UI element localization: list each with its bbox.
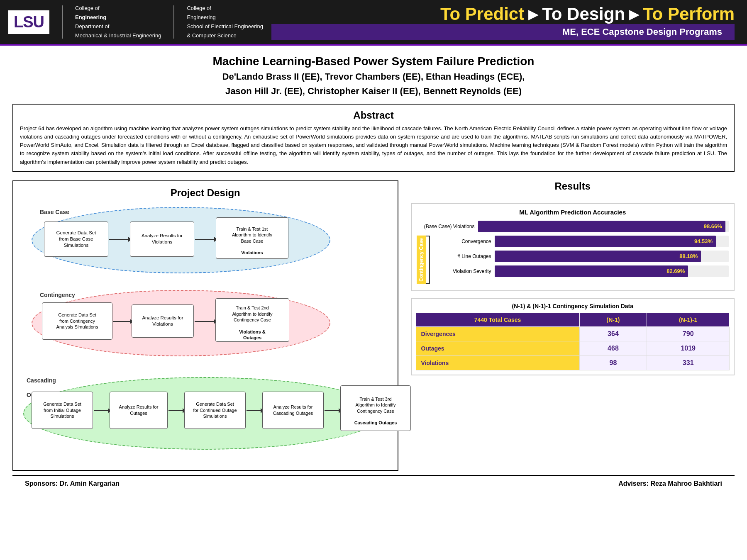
divider-2 (173, 5, 174, 39)
school-line2: & Computer Science (187, 31, 263, 40)
flow-box-b5: Analyze Results for Violations (132, 304, 194, 338)
bar-track-convergence: 94.53% (495, 236, 729, 247)
col-header-n1: (N-1) (579, 313, 647, 327)
sub-banner: ME, ECE Capstone Design Programs (271, 24, 735, 40)
flow-box-b3: Train & Test 1st Algorithm to Identify B… (216, 217, 288, 259)
abstract-text: Project 64 has developed an algorithm us… (20, 124, 727, 166)
row-label-outages: Outages (416, 341, 579, 356)
row-n1-1-divergences: 790 (647, 327, 730, 341)
flow-box-b6: Train & Test 2nd Algorithm to Identify C… (215, 298, 289, 342)
dept-info-1: College of Engineering Department of Mec… (75, 4, 161, 40)
row-label-violations: Violations (416, 356, 579, 370)
bar-track-severity: 82.69% (495, 265, 729, 277)
row-n1-1-outages: 1019 (647, 341, 730, 356)
results-table: 7440 Total Cases (N-1) (N-1)-1 Divergenc… (416, 313, 730, 370)
school-line1: School of Electrical Engineering (187, 22, 263, 31)
arrow-b9-b10 (247, 410, 261, 411)
divider-1 (62, 5, 63, 39)
tagline-predict: To Predict (440, 4, 524, 24)
flow-box-b2: Analyze Results for Violations (130, 222, 194, 257)
flow-box-b11: Train & Test 3rd Algorithm to Identify C… (340, 385, 411, 431)
contingency-label: Contingency Case (417, 236, 426, 284)
lsu-text: LSU (8, 10, 49, 34)
bar-row-outages: # Line Outages 88.18% (433, 251, 729, 262)
arrow-b7-b8 (94, 410, 109, 411)
arrow-b5-b6 (195, 321, 215, 322)
header-right: To Predict ▶ To Design ▶ To Perform ME, … (271, 0, 747, 44)
lsu-logo: LSU (8, 10, 49, 34)
arrow-2: ▶ (629, 7, 639, 22)
row-n1-1-violations: 331 (647, 356, 730, 370)
col-header-n1-1: (N-1)-1 (647, 313, 730, 327)
table-row-violations: Violations 98 331 (416, 356, 729, 370)
bracket-line (426, 236, 430, 284)
dept-info-2: College of Engineering School of Electri… (187, 4, 263, 40)
arrow-b8-b9 (168, 410, 183, 411)
data-table-panel: (N-1) & (N-1)-1 Contingency Simulation D… (411, 298, 735, 375)
bar-row-base: (Base Case) Violations 98.66% (417, 221, 729, 232)
data-table-title: (N-1) & (N-1)-1 Contingency Simulation D… (416, 303, 730, 309)
flow-box-b4: Generate Data Set from Contingency Analy… (42, 302, 112, 340)
tagline-perform: To Perform (643, 4, 735, 24)
contingency-group: Contingency Case Convergence 94.53% (417, 236, 729, 284)
flow-box-b9: Generate Data Set for Continued Outage S… (184, 392, 246, 429)
flow-box-b1: Generate Data Set from Base Case Simulat… (44, 222, 108, 257)
row-label-divergences: Divergences (416, 327, 579, 341)
results-section: Results ML Algorithm Prediction Accuraci… (411, 180, 735, 471)
bar-fill-outages: 88.18% (495, 251, 701, 262)
label-cascading: Cascading (27, 377, 56, 384)
footer: Sponsors: Dr. Amin Kargarian Advisers: R… (12, 475, 735, 492)
bar-label-outages: # Line Outages (433, 253, 491, 259)
title-line1: Machine Learning-Based Power System Fail… (12, 54, 735, 69)
arrow-b2-b3 (195, 239, 215, 240)
flow-box-b8: Analyze Results for Outages (110, 392, 168, 429)
header-left: LSU College of Engineering Department of… (0, 0, 271, 44)
college2-bold: Engineering (187, 13, 263, 22)
title-section: Machine Learning-Based Power System Fail… (12, 54, 735, 98)
college1-line1: College of (75, 4, 161, 13)
row-n1-divergences: 364 (579, 327, 647, 341)
label-contingency: Contingency (40, 292, 75, 298)
bar-fill-base: 98.66% (478, 221, 725, 232)
tagline-design: To Design (542, 4, 625, 24)
footer-sponsors: Sponsors: Dr. Amin Kargarian (25, 480, 120, 487)
bar-pct-outages: 88.18% (679, 253, 698, 259)
dept-line2: Mechanical & Industrial Engineering (75, 31, 161, 40)
tagline: To Predict ▶ To Design ▶ To Perform (440, 4, 735, 24)
main-content: Machine Learning-Based Power System Fail… (0, 46, 747, 500)
header: LSU College of Engineering Department of… (0, 0, 747, 46)
flow-box-b10: Analyze Results for Cascading Outages (262, 392, 324, 429)
college1-bold: Engineering (75, 13, 161, 22)
arrow-b1-b2 (109, 239, 129, 240)
ml-title: ML Algorithm Prediction Accuracies (417, 209, 729, 216)
bar-track-outages: 88.18% (495, 251, 729, 262)
flow-diagram: Base Case Contingency Cascading Outage G… (19, 203, 392, 460)
ml-accuracies-panel: ML Algorithm Prediction Accuracies (Base… (411, 203, 735, 292)
college2-line1: College of (187, 4, 263, 13)
row-n1-outages: 468 (579, 341, 647, 356)
bar-label-base: (Base Case) Violations (417, 224, 475, 229)
bar-fill-convergence: 94.53% (495, 236, 716, 247)
flow-box-b7: Generate Data Set from Initial Outage Si… (32, 392, 93, 429)
contingency-bars: Convergence 94.53% # Line Outages (433, 236, 729, 284)
label-base-case: Base Case (40, 209, 69, 215)
bar-label-severity: Violation Severity (433, 268, 491, 274)
table-row-divergences: Divergences 364 790 (416, 327, 729, 341)
project-design-heading: Project Design (19, 187, 392, 199)
bar-fill-severity: 82.69% (495, 265, 688, 277)
bar-pct-convergence: 94.53% (694, 238, 713, 244)
abstract-heading: Abstract (20, 110, 727, 121)
col-header-total: 7440 Total Cases (416, 313, 579, 327)
arrow-1: ▶ (528, 7, 538, 22)
bar-track-base: 98.66% (478, 221, 729, 232)
footer-advisers: Advisers: Reza Mahroo Bakhtiari (618, 480, 722, 487)
arrow-b4-b5 (113, 321, 131, 322)
table-row-outages: Outages 468 1019 (416, 341, 729, 356)
bar-pct-base: 98.66% (704, 223, 722, 229)
title-line2: De'Lando Brass II (EE), Trevor Chambers … (12, 71, 735, 83)
bar-row-severity: Violation Severity 82.69% (433, 265, 729, 277)
dept-line1: Department of (75, 22, 161, 31)
title-line3: Jason Hill Jr. (EE), Christopher Kaiser … (12, 85, 735, 98)
two-col-layout: Project Design Base Case Contingency Cas… (12, 180, 735, 471)
arrow-b10-b11 (325, 410, 339, 411)
